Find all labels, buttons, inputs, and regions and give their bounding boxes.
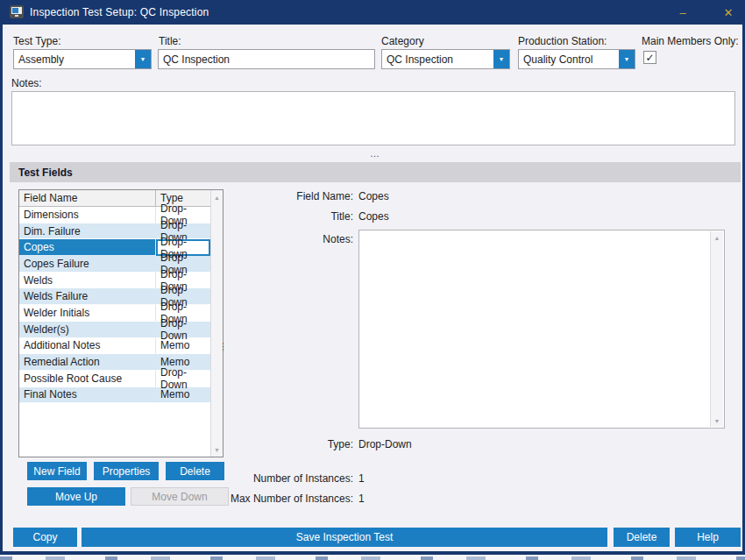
close-button[interactable]: ✕ — [711, 0, 745, 25]
copy-button[interactable]: Copy — [13, 528, 77, 547]
detail-type-label: Type: — [248, 438, 353, 450]
field-type-cell[interactable]: Drop-Down — [156, 371, 210, 387]
category-value: QC Inspection — [382, 53, 493, 66]
production-station-value: Quality Control — [519, 53, 619, 66]
num-instances-label: Number of Instances: — [248, 472, 353, 485]
field-grid[interactable]: Field Name Type DimensionsDrop-DownDim. … — [18, 189, 224, 457]
column-header-field-name[interactable]: Field Name — [19, 190, 156, 207]
category-select[interactable]: QC Inspection ▼ — [381, 49, 510, 69]
table-row[interactable]: Welder(s)Drop-Down — [19, 322, 210, 338]
test-type-label: Test Type: — [13, 35, 60, 47]
field-name-cell[interactable]: Dimensions — [19, 207, 156, 223]
delete-field-button[interactable]: Delete — [166, 462, 224, 480]
production-station-label: Production Station: — [518, 35, 607, 47]
grid-scrollbar[interactable]: ▲ ▼ — [210, 190, 223, 457]
field-type-cell[interactable]: Drop-Down — [156, 322, 210, 338]
new-field-button[interactable]: New Field — [27, 462, 87, 480]
field-name-cell[interactable]: Welds — [19, 273, 156, 289]
test-fields-section-header: Test Fields — [10, 162, 741, 182]
scroll-up-icon[interactable]: ▲ — [211, 191, 223, 203]
title-input[interactable]: QC Inspection — [158, 49, 375, 69]
properties-button[interactable]: Properties — [94, 462, 159, 480]
scroll-up-icon[interactable]: ▲ — [711, 231, 723, 244]
test-type-value: Assembly — [14, 53, 135, 66]
field-name-cell[interactable]: Possible Root Cause — [19, 371, 156, 387]
field-name-cell[interactable]: Dim. Failure — [19, 223, 156, 240]
scroll-down-icon[interactable]: ▼ — [211, 443, 223, 456]
delete-test-button[interactable]: Delete — [614, 528, 670, 547]
detail-title-label: Title: — [248, 210, 353, 223]
category-label: Category — [381, 35, 424, 47]
detail-notes-label: Notes: — [248, 233, 353, 245]
field-name-cell[interactable]: Copes — [19, 239, 156, 256]
field-name-cell[interactable]: Remedial Action — [19, 354, 156, 371]
field-name-cell[interactable]: Welder Initials — [19, 305, 156, 322]
section-title: Test Fields — [18, 167, 73, 179]
field-name-cell[interactable]: Additional Notes — [19, 338, 156, 355]
title-label: Title: — [159, 35, 181, 47]
detail-field-name-label: Field Name: — [248, 190, 353, 202]
minimize-button[interactable]: – — [665, 0, 700, 25]
background-window-strip — [0, 555, 745, 560]
detail-field-name-value: Copes — [358, 190, 389, 202]
main-members-only-checkbox[interactable]: ✓ — [643, 51, 656, 64]
minimize-icon: – — [679, 6, 685, 19]
max-instances-value: 1 — [358, 493, 365, 505]
field-name-cell[interactable]: Welds Failure — [19, 288, 156, 305]
detail-type-value: Drop-Down — [358, 438, 412, 450]
notes-textarea[interactable] — [11, 91, 735, 145]
splitter-grip-icon: … — [221, 342, 231, 352]
title-input-value: QC Inspection — [163, 53, 230, 66]
inspection-test-setup-dialog: Inspection Test Setup: QC Inspection – ✕… — [0, 0, 745, 555]
field-name-cell[interactable]: Copes Failure — [19, 256, 156, 273]
field-type-cell[interactable]: Memo — [156, 338, 210, 355]
notes-scrollbar[interactable]: ▲ ▼ — [710, 231, 723, 427]
table-row[interactable]: Additional NotesMemo — [19, 338, 210, 355]
field-name-cell[interactable]: Welder(s) — [19, 322, 156, 338]
table-row[interactable]: Possible Root CauseDrop-Down — [19, 371, 210, 387]
save-inspection-test-button[interactable]: Save Inspection Test — [82, 528, 607, 547]
splitter-grip-icon: … — [370, 148, 380, 159]
table-row[interactable]: Final NotesMemo — [19, 387, 210, 404]
horizontal-splitter[interactable]: … — [3, 151, 745, 156]
chevron-down-icon[interactable]: ▼ — [619, 50, 635, 68]
window-title: Inspection Test Setup: QC Inspection — [30, 6, 209, 18]
detail-title-value: Copes — [358, 210, 389, 223]
move-down-button[interactable]: Move Down — [131, 487, 229, 506]
move-up-button[interactable]: Move Up — [27, 487, 125, 506]
titlebar[interactable]: Inspection Test Setup: QC Inspection – ✕ — [3, 0, 745, 25]
production-station-select[interactable]: Quality Control ▼ — [518, 49, 635, 69]
test-type-select[interactable]: Assembly ▼ — [13, 49, 152, 69]
field-name-cell[interactable]: Final Notes — [19, 387, 156, 404]
help-button[interactable]: Help — [675, 528, 741, 547]
notes-label: Notes: — [11, 77, 42, 89]
scroll-down-icon[interactable]: ▼ — [711, 415, 723, 427]
field-type-cell[interactable]: Memo — [156, 387, 210, 404]
field-grid-body: DimensionsDrop-DownDim. FailureDrop-Down… — [19, 207, 210, 403]
vertical-splitter[interactable]: … — [221, 342, 231, 352]
max-instances-label: Max Number of Instances: — [229, 493, 353, 505]
chevron-down-icon[interactable]: ▼ — [493, 50, 509, 68]
num-instances-value: 1 — [358, 472, 365, 485]
detail-notes-textarea[interactable]: ▲ ▼ — [358, 230, 725, 429]
app-icon — [10, 5, 24, 18]
chevron-down-icon[interactable]: ▼ — [135, 50, 151, 68]
check-icon: ✓ — [645, 53, 654, 63]
close-icon: ✕ — [724, 6, 734, 19]
main-members-only-label: Main Members Only: — [642, 35, 739, 47]
